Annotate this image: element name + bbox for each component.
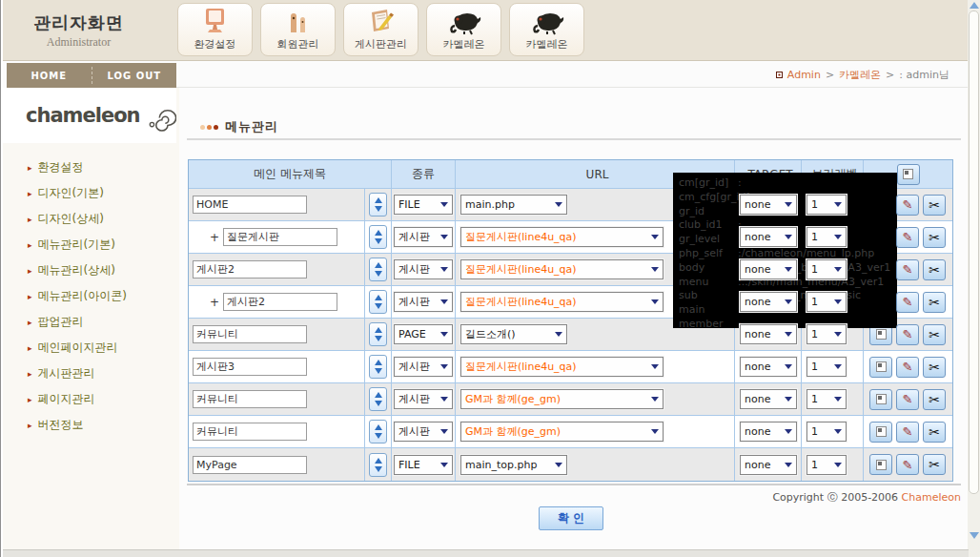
sidebar-item[interactable]: ▸메인페이지관리 [3, 335, 179, 361]
menu-title-input[interactable] [193, 423, 307, 441]
target-select[interactable]: none [740, 422, 797, 442]
scrollbar-up-icon[interactable] [970, 2, 979, 9]
level-select[interactable]: 1 [806, 259, 847, 279]
target-select[interactable]: none [740, 292, 797, 312]
breadcrumb-admin[interactable]: Admin [787, 69, 821, 81]
target-select[interactable]: none [740, 389, 797, 409]
sidebar-item[interactable]: ▸페이지관리 [3, 386, 179, 412]
target-select[interactable]: none [740, 455, 797, 475]
url-select[interactable]: GM과 함께(ge_gm) [460, 389, 664, 409]
logo[interactable]: chameleon [3, 88, 176, 143]
reorder-spinner[interactable] [369, 453, 387, 477]
url-select[interactable]: 질문게시판(line4u_qa) [460, 227, 664, 247]
shortcut-chameleon-1[interactable]: 카멜레온 [426, 3, 501, 56]
cut-button[interactable]: ✂ [923, 195, 946, 216]
menu-title-input[interactable] [193, 390, 307, 408]
type-select[interactable]: PAGE [394, 324, 453, 344]
url-select[interactable]: GM과 함께(ge_gm) [460, 422, 664, 442]
menu-title-input[interactable] [193, 196, 307, 214]
target-select[interactable]: none [740, 259, 797, 279]
type-select[interactable]: 게시판 [394, 357, 453, 377]
level-select[interactable]: 1 [806, 422, 847, 442]
insert-sub-button[interactable] [869, 389, 892, 410]
type-select[interactable]: FILE [394, 195, 453, 215]
edit-button[interactable]: ✎ [896, 292, 919, 313]
sidebar-item[interactable]: ▸디자인(기본) [3, 180, 179, 206]
sidebar-item[interactable]: ▸팝업관리 [3, 309, 179, 335]
insert-sub-button[interactable] [869, 422, 892, 443]
level-select[interactable]: 1 [806, 389, 847, 409]
sidebar-item[interactable]: ▸환경설정 [3, 155, 179, 180]
cut-button[interactable]: ✂ [923, 422, 946, 443]
reorder-spinner[interactable] [369, 258, 387, 281]
url-select[interactable]: 질문게시판(line4u_qa) [460, 357, 664, 377]
header-insert-button[interactable] [897, 164, 920, 185]
edit-button[interactable]: ✎ [896, 259, 919, 280]
type-select[interactable]: 게시판 [394, 389, 453, 409]
cut-button[interactable]: ✂ [923, 389, 946, 410]
cut-button[interactable]: ✂ [923, 324, 946, 345]
scrollbar[interactable] [968, 0, 980, 557]
level-select[interactable]: 1 [806, 227, 847, 247]
menu-title-input[interactable] [223, 228, 337, 246]
sidebar-item[interactable]: ▸게시판관리 [3, 361, 179, 386]
sidebar-item[interactable]: ▸디자인(상세) [3, 206, 179, 232]
confirm-button[interactable]: 확 인 [539, 506, 603, 530]
level-select[interactable]: 1 [806, 455, 847, 475]
shortcut-chameleon-2[interactable]: 카멜레온 [509, 3, 584, 56]
edit-button[interactable]: ✎ [896, 454, 919, 475]
url-select[interactable]: main.php [460, 195, 567, 215]
type-select[interactable]: 게시판 [394, 292, 453, 312]
reorder-spinner[interactable] [369, 420, 387, 444]
reorder-spinner[interactable] [369, 193, 387, 217]
shortcut-settings[interactable]: 환경설정 [177, 3, 253, 56]
insert-sub-button[interactable] [869, 357, 892, 378]
url-select[interactable]: main_top.php [460, 455, 567, 475]
type-select[interactable]: 게시판 [394, 422, 453, 442]
url-select[interactable]: 길드소개() [460, 324, 567, 344]
menu-title-input[interactable] [193, 456, 307, 474]
reorder-spinner[interactable] [369, 322, 387, 346]
reorder-spinner[interactable] [369, 387, 387, 411]
cut-button[interactable]: ✂ [923, 259, 946, 280]
menu-title-input[interactable] [223, 293, 337, 311]
edit-button[interactable]: ✎ [896, 389, 919, 410]
level-select[interactable]: 1 [806, 292, 847, 312]
sidebar-item[interactable]: ▸메뉴관리(아이콘) [3, 283, 179, 309]
edit-button[interactable]: ✎ [896, 195, 919, 216]
menu-title-input[interactable] [193, 325, 307, 343]
cut-button[interactable]: ✂ [923, 454, 946, 475]
sidebar-item[interactable]: ▸메뉴관리(상세) [3, 258, 179, 283]
cut-button[interactable]: ✂ [923, 227, 946, 248]
insert-sub-button[interactable] [869, 454, 892, 475]
level-select[interactable]: 1 [806, 357, 847, 377]
cut-button[interactable]: ✂ [923, 357, 946, 378]
url-select[interactable]: 질문게시판(line4u_qa) [460, 292, 664, 312]
edit-button[interactable]: ✎ [896, 324, 919, 345]
logout-button[interactable]: LOG OUT [92, 71, 177, 81]
type-select[interactable]: 게시판 [394, 227, 453, 247]
copyright-brand-link[interactable]: Chameleon [902, 491, 961, 504]
target-select[interactable]: none [740, 324, 797, 344]
menu-title-input[interactable] [193, 260, 307, 278]
reorder-spinner[interactable] [369, 225, 387, 249]
target-select[interactable]: none [740, 195, 797, 215]
reorder-spinner[interactable] [369, 355, 387, 379]
menu-title-input[interactable] [193, 358, 307, 376]
reorder-spinner[interactable] [369, 290, 387, 314]
sidebar-item[interactable]: ▸버전정보 [3, 412, 179, 438]
level-select[interactable]: 1 [806, 324, 847, 344]
level-select[interactable]: 1 [806, 195, 847, 215]
home-button[interactable]: HOME [7, 71, 92, 81]
shortcut-members[interactable]: 회원관리 [260, 3, 336, 56]
sidebar-item[interactable]: ▸메뉴관리(기본) [3, 232, 179, 258]
edit-button[interactable]: ✎ [896, 357, 919, 378]
type-select[interactable]: FILE [394, 455, 453, 475]
cut-button[interactable]: ✂ [923, 292, 946, 313]
scrollbar-thumb[interactable] [969, 10, 979, 494]
url-select[interactable]: 질문게시판(line4u_qa) [460, 259, 664, 279]
scrollbar-down-icon[interactable] [970, 532, 979, 539]
type-select[interactable]: 게시판 [394, 259, 453, 279]
target-select[interactable]: none [740, 357, 797, 377]
target-select[interactable]: none [740, 227, 797, 247]
